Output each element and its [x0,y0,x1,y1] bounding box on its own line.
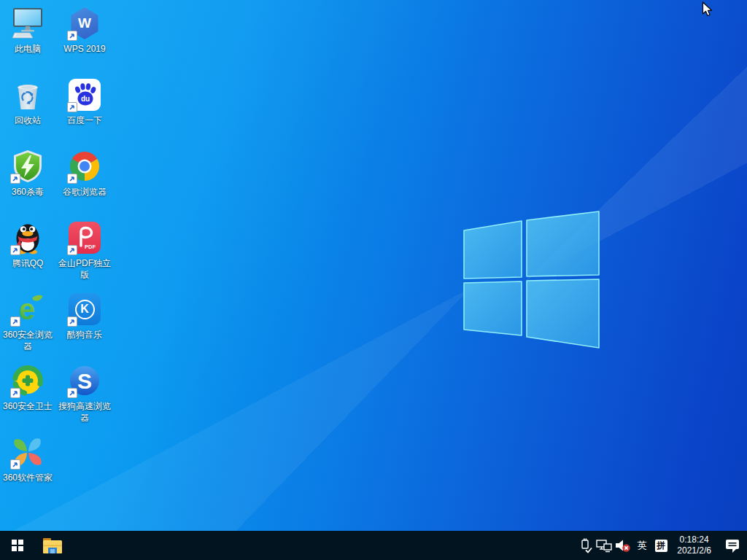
desktop-icon-label: 百度一下 [57,114,112,126]
ime-pinyin-icon: 拼 [655,540,667,552]
mouse-cursor [702,1,715,18]
windows-start-icon [12,540,24,552]
shortcut-arrow-icon [67,388,77,398]
desktop-icon-label: 搜狗高速浏览器 [57,400,112,424]
svg-text:S: S [77,369,92,393]
desktop-icon-chrome[interactable]: 谷歌浏览器 [57,149,112,198]
shortcut-arrow-icon [67,174,77,184]
desktop-icon-label: 此电脑 [0,43,55,55]
taskbar-clock[interactable]: 0:18:24 2021/2/6 [670,534,718,556]
desktop-icon-kugou[interactable]: K 酷狗音乐 [57,292,112,341]
volume-muted-button[interactable] [614,531,632,560]
desktop-icon-this-pc[interactable]: 此电脑 [0,6,55,55]
language-indicator[interactable]: 英 [632,531,651,560]
svg-text:du: du [81,95,90,103]
recycle-bin-icon [12,77,44,112]
desktop-icon-label: 360安全卫士 [0,400,55,412]
svg-text:PDF: PDF [85,244,96,250]
desktop-icon-label: 酷狗音乐 [57,329,112,341]
shortcut-arrow-icon [67,31,77,41]
file-explorer-icon [43,538,62,553]
network-status-button[interactable] [595,531,614,560]
this-pc-icon [12,6,44,41]
desktop-icon-recycle-bin[interactable]: 回收站 [0,77,55,126]
shortcut-arrow-icon [10,316,20,327]
desktop-icon-label: 360杀毒 [0,186,55,198]
clock-time: 0:18:24 [677,534,711,545]
desktop-icon-label: WPS 2019 [57,43,112,55]
desktop-icon-360-safeguard[interactable]: 360安全卫士 [0,363,55,412]
shortcut-arrow-icon [67,316,77,327]
desktop-icon-label: 360安全浏览器 [0,329,55,352]
desktop-icon-label: 回收站 [0,114,55,126]
desktop-icon-sogou[interactable]: S 搜狗高速浏览器 [57,363,112,424]
shortcut-arrow-icon [10,388,20,398]
desktop-icon-label: 金山PDF独立版 [57,257,112,281]
desktop-icon-label: 腾讯QQ [0,257,55,269]
shortcut-arrow-icon [10,174,20,184]
windows-wallpaper-logo [460,208,605,354]
desktop-icon-baidu[interactable]: du 百度一下 [57,77,112,126]
windows-desktop-screen: 此电脑 W WPS 2019 [0,0,747,560]
clock-date: 2021/2/6 [677,545,711,556]
shortcut-arrow-icon [10,245,20,255]
desktop-icon-360-secure-browser[interactable]: e 360安全浏览器 [0,292,55,352]
shortcut-arrow-icon [67,102,77,112]
desktop-icon-360-antivirus[interactable]: 360杀毒 [0,149,55,198]
desktop-icon-label: 谷歌浏览器 [57,186,112,198]
network-icon [595,537,613,553]
desktop-icon-kingsoft-pdf[interactable]: PDF 金山PDF独立版 [57,220,112,281]
ime-mode-indicator[interactable]: 拼 [651,531,670,560]
desktop-icon-360-software-manager[interactable]: 360软件管家 [0,435,55,483]
desktop-icon-wps-2019[interactable]: W WPS 2019 [57,6,112,55]
desktop-icon-tencent-qq[interactable]: 腾讯QQ [0,220,55,269]
usb-safely-remove-button[interactable] [576,531,595,560]
taskbar: 英 拼 0:18:24 2021/2/6 [0,531,747,560]
usb-icon [578,537,592,553]
start-button[interactable] [0,531,35,560]
notification-icon [724,537,741,554]
action-center-button[interactable] [718,531,747,560]
system-tray: 英 拼 0:18:24 2021/2/6 [576,531,747,560]
desktop-icon-label: 360软件管家 [0,472,55,483]
speaker-muted-icon [614,537,632,553]
shortcut-arrow-icon [67,245,77,255]
file-explorer-button[interactable] [35,531,70,560]
shortcut-arrow-icon [10,459,20,470]
desktop-wallpaper[interactable]: 此电脑 W WPS 2019 [0,0,747,531]
